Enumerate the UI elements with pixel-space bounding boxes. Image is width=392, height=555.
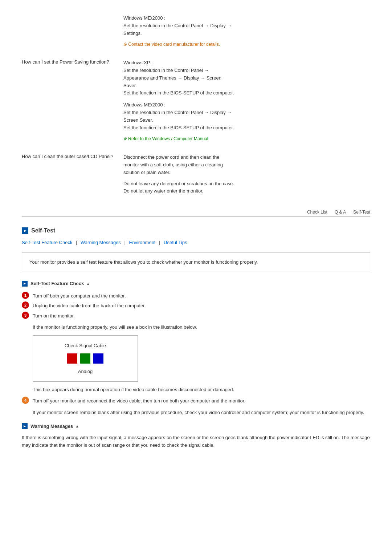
color-square-red bbox=[67, 353, 77, 364]
sub-nav-useful-tips[interactable]: Useful Tips bbox=[164, 240, 187, 245]
feature-check-icon bbox=[22, 281, 28, 287]
faq-row-3: How can I clean the outer case/LCD Panel… bbox=[22, 154, 370, 199]
step-3-number: 3 bbox=[22, 312, 29, 319]
color-square-blue bbox=[93, 353, 103, 364]
sub-nav-sep3: | bbox=[159, 240, 162, 245]
sub-nav-warning-messages[interactable]: Warning Messages bbox=[81, 240, 121, 245]
warning-messages-icon bbox=[22, 423, 28, 429]
faq-answer-1: Windows ME/2000 :Set the resolution in t… bbox=[123, 15, 370, 52]
sub-nav-sep2: | bbox=[124, 240, 127, 245]
feature-check-title: Self-Test Feature Check bbox=[30, 281, 84, 286]
faq-row-1: Windows ME/2000 :Set the resolution in t… bbox=[22, 15, 370, 52]
faq-answer-1-p1: Windows ME/2000 :Set the resolution in t… bbox=[123, 15, 370, 37]
faq-note-orange: Contact the video card manufacturer for … bbox=[123, 41, 370, 48]
faq-answer-3-p1: Disconnect the power cord and then clean… bbox=[123, 154, 370, 176]
nav-tabs-bar: Check List Q & A Self-Test bbox=[22, 210, 370, 216]
feature-check-heading: Self-Test Feature Check ▲ bbox=[22, 281, 370, 287]
faq-note-green: Refer to the Windows / Computer Manual bbox=[123, 135, 370, 143]
faq-question-1 bbox=[22, 15, 123, 52]
nav-tab-checklist[interactable]: Check List bbox=[307, 210, 327, 215]
nav-tab-qa[interactable]: Q & A bbox=[335, 210, 346, 215]
color-square-green bbox=[80, 353, 90, 364]
nav-tab-selftest[interactable]: Self-Test bbox=[353, 210, 370, 215]
feature-check-arrow: ▲ bbox=[86, 281, 90, 286]
faq-answer-3-p2: Do not leave any detergent or scratches … bbox=[123, 180, 370, 195]
self-test-section: Self-Test Self-Test Feature Check | Warn… bbox=[22, 227, 370, 449]
faq-answer-3: Disconnect the power cord and then clean… bbox=[123, 154, 370, 199]
step-3: 3 Turn on the monitor. bbox=[22, 312, 370, 320]
step-2-number: 2 bbox=[22, 301, 29, 309]
self-test-icon bbox=[22, 227, 28, 234]
sub-nav-environment[interactable]: Environment bbox=[129, 240, 156, 245]
faq-answer-2-p1: Windows XP :Set the resolution in the Co… bbox=[123, 59, 370, 97]
self-test-header: Self-Test bbox=[22, 227, 370, 234]
note-orange-text: Contact the video card manufacturer for … bbox=[123, 42, 220, 47]
note-green-text: Refer to the Windows / Computer Manual bbox=[123, 136, 208, 141]
step-1-number: 1 bbox=[22, 292, 29, 299]
faq-question-2: How can I set the Power Saving function? bbox=[22, 59, 123, 146]
step-3-sub-text: If the monitor is functioning properly, … bbox=[33, 324, 370, 331]
info-box: Your monitor provides a self test featur… bbox=[22, 252, 370, 272]
warning-messages-text: If there is something wrong with the inp… bbox=[22, 434, 370, 449]
step-2-text: Unplug the video cable from the back of … bbox=[33, 301, 370, 309]
warning-messages-heading: Warning Messages ▲ bbox=[22, 423, 370, 429]
faq-answer-2: Windows XP :Set the resolution in the Co… bbox=[123, 59, 370, 146]
step-4-sub-text: If your monitor screen remains blank aft… bbox=[33, 409, 370, 416]
step-4-text: Turn off your monitor and reconnect the … bbox=[33, 397, 370, 405]
info-box-text: Your monitor provides a self test featur… bbox=[29, 259, 258, 265]
step-1: 1 Turn off both your computer and the mo… bbox=[22, 292, 370, 300]
warning-messages-title: Warning Messages bbox=[30, 424, 73, 429]
self-test-title: Self-Test bbox=[31, 227, 55, 234]
signal-cable-box: Check Signal Cable Analog bbox=[33, 335, 138, 382]
step-3-text: Turn on the monitor. bbox=[33, 312, 370, 320]
signal-box-title: Check Signal Cable bbox=[40, 343, 130, 348]
color-squares bbox=[40, 353, 130, 364]
warning-messages-arrow: ▲ bbox=[75, 424, 79, 428]
faq-section: Windows ME/2000 :Set the resolution in t… bbox=[22, 15, 370, 199]
step-4-list: 4 Turn off your monitor and reconnect th… bbox=[22, 397, 370, 405]
steps-list: 1 Turn off both your computer and the mo… bbox=[22, 292, 370, 320]
faq-question-3: How can I clean the outer case/LCD Panel… bbox=[22, 154, 123, 199]
step-3-note: This box appears during normal operation… bbox=[33, 386, 370, 393]
faq-row-2: How can I set the Power Saving function?… bbox=[22, 59, 370, 146]
sub-nav-feature-check[interactable]: Self-Test Feature Check bbox=[22, 240, 72, 245]
step-4: 4 Turn off your monitor and reconnect th… bbox=[22, 397, 370, 405]
step-1-text: Turn off both your computer and the moni… bbox=[33, 292, 370, 300]
faq-answer-2-p2: Windows ME/2000 :Set the resolution in t… bbox=[123, 101, 370, 131]
step-2: 2 Unplug the video cable from the back o… bbox=[22, 301, 370, 309]
step-4-number: 4 bbox=[22, 397, 29, 404]
sub-nav-sep1: | bbox=[76, 240, 78, 245]
signal-box-subtitle: Analog bbox=[40, 369, 130, 374]
sub-nav: Self-Test Feature Check | Warning Messag… bbox=[22, 240, 370, 245]
